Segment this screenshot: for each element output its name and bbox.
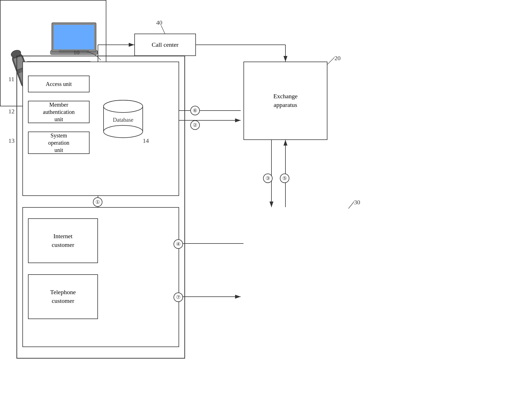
- call-center-label: Call center: [152, 41, 179, 48]
- ref-12: 12: [8, 108, 15, 115]
- step-4: ④: [174, 239, 183, 249]
- svg-point-18: [104, 125, 143, 138]
- step-2: ②: [190, 120, 200, 130]
- ref-40: 40: [156, 19, 162, 26]
- call-center-box: Call center: [134, 34, 196, 56]
- internet-customer-box: Internet customer: [28, 218, 98, 263]
- ref-11: 11: [8, 76, 14, 83]
- svg-text:Database: Database: [113, 117, 133, 123]
- member-auth-label: Member authentication unit: [43, 101, 74, 123]
- diagram-container: Call center Access unit Member authentic…: [0, 0, 532, 405]
- exchange-label: Exchange apparatus: [273, 92, 298, 109]
- system-op-label: System operation unit: [48, 132, 69, 154]
- svg-rect-35: [54, 25, 94, 49]
- member-auth-box: Member authentication unit: [28, 101, 90, 123]
- step-1: ①: [93, 197, 102, 207]
- step-3: ③: [263, 174, 273, 183]
- internet-customer-label: Internet customer: [52, 232, 74, 249]
- ref-13: 13: [8, 137, 15, 144]
- svg-point-19: [104, 100, 143, 113]
- ref-10: 10: [73, 49, 79, 56]
- telephone-customer-label: Telephone customer: [50, 288, 76, 305]
- step-7: ⑦: [174, 292, 183, 302]
- system-op-box: System operation unit: [28, 132, 90, 154]
- telephone-customer-box: Telephone customer: [28, 274, 98, 319]
- database-svg: Database: [98, 98, 148, 140]
- exchange-box: Exchange apparatus: [243, 62, 327, 140]
- step-5: ⑤: [280, 174, 289, 183]
- ref-30: 30: [354, 199, 360, 206]
- ref-20: 20: [334, 55, 341, 62]
- access-unit-label: Access unit: [46, 81, 72, 87]
- ref-14: 14: [143, 137, 149, 144]
- step-6: ⑥: [190, 106, 200, 115]
- access-unit-box: Access unit: [28, 76, 90, 92]
